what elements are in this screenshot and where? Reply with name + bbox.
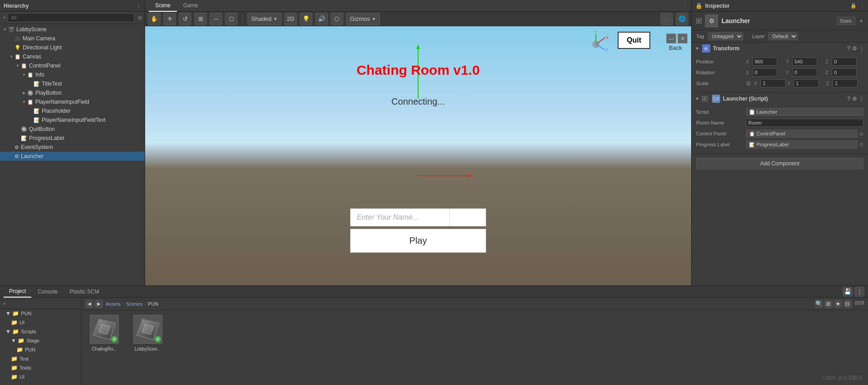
control-panel-ref[interactable]: 📋 ControlPanel [746, 130, 858, 138]
project-sidebar-item-7[interactable]: 📁UI [0, 372, 81, 381]
hierarchy-item-directionallight[interactable]: 💡Directional Light [0, 43, 145, 52]
cols-btn[interactable]: ⊟ [844, 300, 852, 308]
rot-x-input[interactable] [752, 68, 777, 77]
view-2d[interactable]: 2D [284, 13, 297, 25]
project-sidebar-item-0[interactable]: ▼ 📁PUN [0, 309, 81, 318]
launcher-active-checkbox[interactable]: ✓ [702, 96, 707, 101]
layer-select[interactable]: Default [768, 32, 798, 40]
favorite-btn[interactable]: ★ [834, 300, 842, 308]
launcher-settings-btn[interactable]: ⚙ [852, 96, 857, 102]
hierarchy-item-canvas[interactable]: ▼📋Canvas [0, 52, 145, 61]
asset-item-0[interactable]: +ChatingRo... [86, 315, 122, 351]
hierarchy-search-input[interactable] [8, 13, 134, 22]
hierarchy-item-progresslabel[interactable]: 📝ProgressLabel [0, 134, 145, 143]
view-shaded[interactable]: Shaded ▼ [247, 13, 282, 25]
tag-select[interactable]: Untagged [708, 32, 743, 40]
overlay-close[interactable]: ✕ [678, 34, 688, 43]
view-audio[interactable]: 🔊 [315, 13, 328, 25]
hierarchy-item-playernameinputfieldtext[interactable]: 📝PlayerNameInputFieldText [0, 116, 145, 125]
name-input-right[interactable] [449, 209, 486, 226]
transform-help-btn[interactable]: ? [847, 45, 850, 52]
launcher-more-btn[interactable]: ⋮ [859, 96, 864, 102]
transform-header[interactable]: ▼ ⊕ Transform ? ⚙ ⋮ [692, 43, 868, 54]
tab-plastic[interactable]: Plastic SCM [64, 286, 104, 298]
hierarchy-item-launcher[interactable]: ⚙Launcher [0, 152, 145, 161]
hierarchy-item-eventsystem[interactable]: ⚙EventSystem [0, 143, 145, 152]
bottom-menu-btn[interactable]: ⋮ [854, 287, 864, 297]
transform-more-btn[interactable]: ⋮ [859, 45, 864, 52]
view-world[interactable]: 🌐 [676, 13, 688, 25]
rot-z-input[interactable] [832, 68, 857, 77]
static-arrow[interactable]: ▼ [859, 19, 863, 24]
progress-label-pick[interactable]: ⊙ [859, 142, 863, 148]
tab-scene[interactable]: Scene [149, 0, 177, 12]
breadcrumb-pun[interactable]: PUN [148, 301, 158, 307]
tool-hand[interactable]: ✋ [148, 13, 161, 25]
hierarchy-extra-btn[interactable]: ⊞ [138, 15, 142, 21]
hierarchy-item-playbutton[interactable]: ▶🔘PlayButton [0, 88, 145, 97]
hierarchy-add-btn[interactable]: + [3, 14, 6, 21]
scale-y-input[interactable] [794, 79, 819, 87]
project-sidebar-item-5[interactable]: 📁Test [0, 354, 81, 363]
hierarchy-item-info[interactable]: ▼📋Info [0, 70, 145, 79]
rot-z-field: Z [825, 68, 863, 77]
scale-z-input[interactable] [833, 79, 858, 87]
control-panel-pick[interactable]: ⊙ [859, 131, 863, 137]
filter-btn[interactable]: ⊞ [824, 300, 833, 308]
rotation-row: Rotation X Y Z [696, 68, 863, 77]
play-button[interactable]: Play [350, 229, 486, 253]
pos-z-input[interactable] [832, 58, 857, 66]
room-name-input[interactable] [746, 119, 863, 127]
launcher-script-header[interactable]: ▼ ✓ C# Launcher (Script) ? ⚙ ⋮ [692, 93, 868, 105]
breadcrumb-assets[interactable]: Assets [106, 301, 121, 307]
breadcrumb-scenes[interactable]: Scenes [126, 301, 143, 307]
inspector-menu[interactable]: ⋮ [859, 3, 864, 9]
project-sidebar-item-2[interactable]: ▼ 📁Scripts [0, 327, 81, 336]
hierarchy-menu-btn[interactable]: ⋮ [136, 3, 141, 9]
nav-forward-btn[interactable]: ▶ [95, 300, 103, 308]
project-sidebar-item-4[interactable]: 📁PUN [0, 345, 81, 354]
rot-y-input[interactable] [792, 68, 817, 77]
hierarchy-item-playernameinputfield[interactable]: ▼📋PlayerNameInputField [0, 97, 145, 106]
tab-console[interactable]: Console [32, 286, 63, 298]
hierarchy-item-maincamera[interactable]: 🎥Main Camera [0, 34, 145, 43]
project-sidebar-item-3[interactable]: ▼ 📁Stage [0, 336, 81, 345]
asset-item-1[interactable]: +LobbyScen... [130, 315, 166, 351]
add-component-button[interactable]: Add Component [696, 158, 863, 169]
transform-settings-btn[interactable]: ⚙ [852, 45, 857, 52]
launcher-help-btn[interactable]: ? [847, 96, 850, 102]
scene-menu-btn[interactable]: ⋮ [683, 3, 688, 9]
hierarchy-item-titletext[interactable]: 📝TitleText [0, 79, 145, 88]
scale-x-input[interactable] [761, 79, 785, 87]
tab-project[interactable]: Project [4, 286, 31, 298]
view-camera[interactable]: 🎥 [660, 13, 673, 25]
nav-back-btn[interactable]: ◀ [85, 300, 93, 308]
search-tool-btn[interactable]: 🔍 [815, 300, 823, 308]
pos-x-input[interactable] [752, 58, 777, 66]
tool-rotate[interactable]: ↺ [179, 13, 191, 25]
overlay-minimize[interactable]: — [666, 34, 676, 43]
view-gizmos[interactable]: Gizmos ▼ [346, 13, 380, 25]
tool-custom[interactable]: ⬡ [225, 13, 238, 25]
tool-rect[interactable]: ↔ [210, 13, 222, 25]
bottom-save-btn[interactable]: 💾 [843, 287, 853, 297]
pos-y-input[interactable] [792, 58, 817, 66]
progress-label-ref[interactable]: 📝 ProgressLabel [746, 140, 858, 149]
hierarchy-item-quitbutton[interactable]: 🔘QuitButton [0, 125, 145, 134]
project-add-btn[interactable]: + [3, 301, 6, 307]
tab-game[interactable]: Game [177, 0, 205, 12]
project-sidebar-item-6[interactable]: 📁Tools [0, 363, 81, 372]
view-lighting[interactable]: 💡 [300, 13, 312, 25]
inspector-lock[interactable]: 🔒 [850, 3, 857, 9]
transform-body: Position X Y Z [692, 54, 868, 92]
quit-button[interactable]: Quit [618, 32, 650, 49]
hierarchy-item-lobbyscene[interactable]: ▼🎬LobbyScene [0, 25, 145, 34]
tool-move[interactable]: ✛ [163, 13, 176, 25]
hierarchy-item-placeholder[interactable]: 📝Placeholder [0, 106, 145, 116]
view-fx[interactable]: ⬡ [331, 13, 343, 25]
project-sidebar-item-1[interactable]: 📁UI [0, 318, 81, 327]
hierarchy-item-controlpanel[interactable]: ▼📋ControlPanel [0, 61, 145, 70]
tool-scale[interactable]: ⊞ [194, 13, 207, 25]
gameobj-active-checkbox[interactable]: ✓ [696, 18, 702, 24]
back-btn[interactable]: Back [669, 44, 682, 51]
